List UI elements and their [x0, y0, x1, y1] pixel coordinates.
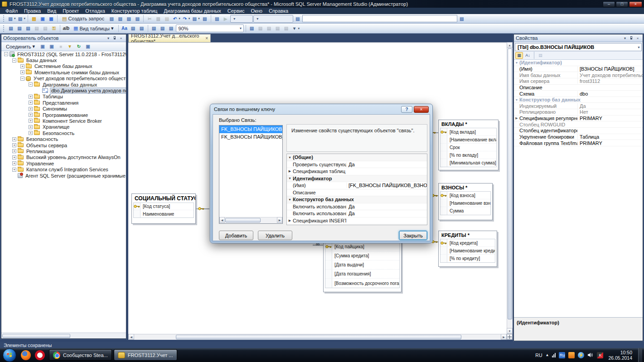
collapse-icon[interactable]: − — [29, 82, 33, 87]
mdx-query-icon[interactable]: ▤ — [116, 15, 124, 23]
open-file-icon[interactable]: ▨ — [30, 15, 38, 23]
tree-item[interactable]: −FROST3112 (SQL Server 11.0.2218 - FrosT… — [1, 51, 126, 57]
property-row[interactable]: Имя базы данныхУчет доходов потребительс… — [514, 72, 643, 78]
expand-icon[interactable]: + — [29, 131, 33, 135]
property-category[interactable]: ▼(Общие) — [287, 154, 427, 161]
column-row[interactable]: [Код кредита] — [441, 239, 495, 247]
volume-icon[interactable] — [587, 352, 594, 358]
dmx-query-icon[interactable]: ▤ — [125, 15, 133, 23]
pin-icon[interactable] — [628, 35, 634, 41]
scroll-down-icon[interactable]: ▼ — [507, 328, 513, 334]
expand-icon[interactable]: + — [20, 64, 24, 68]
property-row[interactable]: Укрупнение блокировкиТаблица — [514, 134, 643, 140]
recalc-page-breaks-icon[interactable]: ▤ — [159, 24, 167, 32]
xmla-query-icon[interactable]: ▤ — [133, 15, 141, 23]
add-button[interactable]: Добавить — [219, 231, 253, 240]
column-row[interactable]: [Дата выдачи] — [325, 261, 399, 270]
properties-grid[interactable]: ▼(Идентификатор)(Имя)[ВЗНОСЫ ПАЙЩИКОВ]Им… — [514, 60, 643, 317]
primary-key-icon[interactable]: ⚿ — [50, 24, 58, 32]
property-row[interactable]: Имя сервераfrost3112 — [514, 78, 643, 85]
view-page-breaks-icon[interactable]: ▤ — [282, 24, 291, 32]
expand-icon[interactable]: + — [12, 137, 16, 141]
expand-icon[interactable]: + — [29, 119, 33, 123]
column-row[interactable]: Сумма — [441, 207, 490, 215]
relationship-property-grid[interactable]: ▼(Общие)Проверить существующие дДа▶Специ… — [286, 154, 427, 225]
scroll-left-icon[interactable]: ◀ — [128, 334, 134, 340]
font-color-icon[interactable]: Aa — [121, 24, 129, 32]
property-row[interactable]: Описание — [287, 189, 427, 197]
property-row[interactable]: Столбец ROWGUID — [514, 121, 643, 128]
disconnect-server-icon[interactable]: ▣ — [48, 43, 56, 50]
expand-icon[interactable]: + — [12, 149, 16, 153]
property-row[interactable]: (Имя)[ВЗНОСЫ ПАЙЩИКОВ] — [514, 66, 643, 72]
save-all-icon[interactable]: ▦ — [47, 15, 55, 23]
tree-item[interactable]: +Безопасность — [1, 136, 126, 142]
tree-item[interactable]: +Таблицы — [1, 94, 126, 100]
refresh-icon[interactable]: ↻ — [75, 43, 83, 50]
dialog-title-bar[interactable]: Связи по внешнему ключу ? × — [210, 104, 432, 114]
tree-item[interactable]: +Высокий уровень доступности AlwaysOn — [1, 154, 126, 160]
collapse-icon[interactable]: − — [4, 52, 8, 56]
tree-item[interactable]: +Репликация — [1, 148, 126, 154]
tree-item[interactable]: +Управление — [1, 160, 126, 166]
expand-icon[interactable]: + — [12, 168, 16, 172]
toolbar-combo-2[interactable]: ▼ — [253, 15, 293, 23]
tree-item[interactable]: +Компонент Service Broker — [1, 118, 126, 124]
property-row[interactable]: ▶Спецификация таблиц и сто — [287, 168, 427, 175]
tree-item[interactable]: +Системные базы данных — [1, 63, 126, 69]
bookmark-icon[interactable]: ▤ — [294, 15, 302, 23]
property-category[interactable]: ▼Конструктор баз данных — [514, 97, 643, 103]
property-row[interactable]: РеплицированоНет — [514, 109, 643, 116]
column-row[interactable]: [Код пайщика] — [325, 242, 399, 251]
show-desktop-button[interactable] — [638, 348, 642, 362]
diagram-table[interactable]: СОЦИАЛЬНЫЙ СТАТУС *[Код статуса]Наименов… — [131, 193, 196, 224]
taskbar-task-1[interactable]: Сообщество Stea... — [49, 349, 112, 361]
table-view-dropdown[interactable]: ▦Вид таблицы▾ — [71, 24, 116, 33]
close-dialog-button[interactable]: Закрыть — [399, 231, 427, 240]
panel-menu-icon[interactable]: ▾ — [622, 35, 628, 41]
diagram-table[interactable]: КРЕДИТЫ *[Код кредита][Наименование кред… — [438, 231, 497, 267]
diagram-table[interactable]: ВЗНОСЫ *[Код взноса][Наименование взноса… — [438, 183, 493, 220]
minimize-button[interactable]: – — [603, 1, 615, 7]
property-row[interactable]: ИндексируемыйДа — [514, 103, 643, 109]
tree-item[interactable]: +Каталоги служб Integration Services — [1, 166, 126, 172]
property-row[interactable]: Описание — [514, 85, 643, 91]
column-row[interactable]: Наименование — [134, 210, 194, 217]
menu-item-9[interactable]: Окно — [247, 8, 266, 14]
column-row[interactable]: [Наимененование вклада] — [441, 136, 496, 144]
property-row[interactable]: Схемаdbo — [514, 91, 643, 97]
row-expand-icon[interactable]: ▶ — [287, 219, 293, 222]
relationship-list-item[interactable]: FK_ВЗНОСЫ ПАЙЩИКОВ_ВЗНО — [219, 125, 282, 133]
category-expand-icon[interactable]: ▼ — [287, 198, 293, 201]
tree-item[interactable]: +Объекты сервера — [1, 142, 126, 148]
property-row[interactable]: Файловая группа Text/ImagePRIMARY — [514, 140, 643, 146]
relationship-list-item[interactable]: FK_ВЗНОСЫ ПАЙЩИКОВ_ПАЙЩ — [219, 133, 282, 141]
cut-icon[interactable]: ✂ — [145, 15, 154, 23]
property-row[interactable]: Столбец идентификаторов — [514, 128, 643, 134]
tab-close-icon[interactable]: × — [205, 36, 208, 41]
expand-icon[interactable]: + — [29, 101, 33, 105]
relationship-labels-icon[interactable]: ▤ — [248, 24, 256, 32]
category-expand-icon[interactable]: ▼ — [514, 98, 519, 101]
column-row[interactable]: [Сумма кредита] — [325, 251, 399, 261]
property-category[interactable]: ▼(Идентификатор) — [514, 60, 643, 66]
scroll-right-icon[interactable]: ▶ — [501, 334, 507, 340]
column-row[interactable]: [% по кредиту] — [441, 255, 495, 262]
property-pages-icon[interactable]: ▤ — [537, 52, 544, 59]
menu-item-5[interactable]: Отладка — [82, 8, 108, 14]
close-panel-icon[interactable]: × — [634, 35, 641, 41]
hidden-icons-chevron-icon[interactable]: ▲ — [546, 353, 549, 357]
save-icon[interactable]: ▣ — [39, 15, 47, 23]
expand-icon[interactable]: + — [29, 107, 33, 111]
network-icon[interactable] — [552, 352, 556, 357]
window-layout-icon[interactable]: ▤ — [201, 15, 209, 23]
sort-alphabetical-icon[interactable]: A↓ — [524, 52, 532, 59]
scroll-right-icon[interactable]: ▶ — [277, 217, 282, 223]
object-explorer-hscrollbar[interactable] — [1, 333, 126, 338]
diagram-table[interactable]: ВКЛАДЫ *[Код вклада][Наимененование вкла… — [438, 120, 499, 170]
expand-icon[interactable]: + — [12, 155, 16, 159]
list-hscrollbar[interactable]: ◀▶ — [219, 217, 282, 223]
menu-item-8[interactable]: Сервис — [224, 8, 248, 14]
menu-item-4[interactable]: Проект — [59, 8, 82, 14]
toolbar-overflow-icon[interactable]: ▾▾ — [291, 24, 300, 32]
